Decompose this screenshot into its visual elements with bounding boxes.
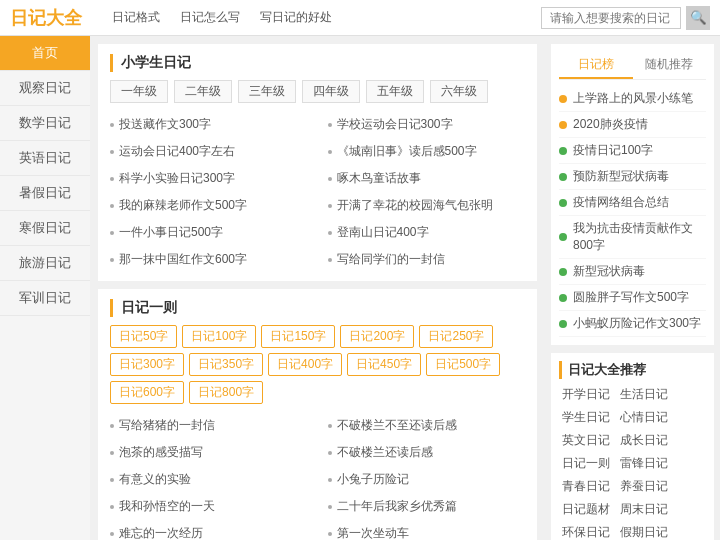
recommend-title: 日记大全推荐	[559, 361, 706, 379]
list-item[interactable]: 上学路上的风景小练笔	[559, 86, 706, 112]
tag-500[interactable]: 日记500字	[426, 353, 500, 376]
hot-item-label: 上学路上的风景小练笔	[573, 90, 693, 107]
list-item[interactable]: 疫情网络组合总结	[559, 190, 706, 216]
search-button[interactable]: 🔍	[686, 6, 710, 30]
sidebar-item-english[interactable]: 英语日记	[0, 141, 90, 176]
list-item[interactable]: 预防新型冠状病毒	[559, 164, 706, 190]
hot-dot	[559, 173, 567, 181]
tag-150[interactable]: 日记150字	[261, 325, 335, 348]
list-item[interactable]: 小蚂蚁历险记作文300字	[559, 311, 706, 337]
list-item[interactable]: 投送藏作文300字	[110, 113, 308, 136]
sidebar-item-travel[interactable]: 旅游日记	[0, 246, 90, 281]
list-item[interactable]: 有意义的实验	[110, 468, 308, 491]
list-item[interactable]: 英文日记	[559, 431, 613, 450]
tag-600[interactable]: 日记600字	[110, 381, 184, 404]
list-item[interactable]: 圆脸胖子写作文500字	[559, 285, 706, 311]
list-item[interactable]: 难忘的一次经历	[110, 522, 308, 540]
hot-item-label: 疫情日记100字	[573, 142, 653, 159]
tag-800[interactable]: 日记800字	[189, 381, 263, 404]
list-item[interactable]: 写给猪猪的一封信	[110, 414, 308, 437]
list-item[interactable]: 科学小实验日记300字	[110, 167, 308, 190]
list-item[interactable]: 心情日记	[617, 408, 671, 427]
list-item[interactable]: 《城南旧事》读后感500字	[328, 140, 526, 163]
search-icon: 🔍	[690, 10, 707, 25]
search-input[interactable]	[541, 7, 681, 29]
grade-tab-6[interactable]: 六年级	[430, 80, 488, 103]
list-item[interactable]: 周末日记	[617, 500, 671, 519]
site-logo[interactable]: 日记大全	[10, 6, 82, 30]
list-item[interactable]: 2020肺炎疫情	[559, 112, 706, 138]
list-item[interactable]: 假期日记	[617, 523, 671, 540]
list-item[interactable]: 我和孙悟空的一天	[110, 495, 308, 518]
grade-tab-5[interactable]: 五年级	[366, 80, 424, 103]
hot-item-label: 圆脸胖子写作文500字	[573, 289, 689, 306]
list-item[interactable]: 疫情日记100字	[559, 138, 706, 164]
list-item[interactable]: 运动会日记400字左右	[110, 140, 308, 163]
list-item[interactable]: 啄木鸟童话故事	[328, 167, 526, 190]
list-item[interactable]: 小兔子历险记	[328, 468, 526, 491]
sidebar-item-summer[interactable]: 暑假日记	[0, 176, 90, 211]
search-area: 🔍	[541, 6, 710, 30]
list-item[interactable]: 开学日记	[559, 385, 613, 404]
tag-100[interactable]: 日记100字	[182, 325, 256, 348]
diary-tags: 日记50字 日记100字 日记150字 日记200字 日记250字 日记300字…	[110, 325, 525, 404]
header: 日记大全 日记格式 日记怎么写 写日记的好处 🔍	[0, 0, 720, 36]
list-item[interactable]: 养蚕日记	[617, 477, 671, 496]
hot-item-label: 疫情网络组合总结	[573, 194, 669, 211]
list-item[interactable]: 学生日记	[559, 408, 613, 427]
hot-item-label: 2020肺炎疫情	[573, 116, 648, 133]
grade-tab-4[interactable]: 四年级	[302, 80, 360, 103]
right-sidebar: 日记榜 随机推荐 上学路上的风景小练笔 2020肺炎疫情 疫情日记100字	[545, 36, 720, 540]
list-item[interactable]: 我的麻辣老师作文500字	[110, 194, 308, 217]
sidebar-item-winter[interactable]: 寒假日记	[0, 211, 90, 246]
nav-item-2[interactable]: 日记怎么写	[180, 9, 240, 26]
nav-item-1[interactable]: 日记格式	[112, 9, 160, 26]
list-item[interactable]: 新型冠状病毒	[559, 259, 706, 285]
tag-350[interactable]: 日记350字	[189, 353, 263, 376]
hot-dot	[559, 320, 567, 328]
list-item[interactable]: 开满了幸花的校园海气包张明	[328, 194, 526, 217]
tab-hot[interactable]: 日记榜	[559, 52, 633, 79]
grade-tab-1[interactable]: 一年级	[110, 80, 168, 103]
tag-450[interactable]: 日记450字	[347, 353, 421, 376]
list-item[interactable]: 登南山日记400字	[328, 221, 526, 244]
tag-250[interactable]: 日记250字	[419, 325, 493, 348]
nav-item-3[interactable]: 写日记的好处	[260, 9, 332, 26]
tab-random[interactable]: 随机推荐	[633, 52, 707, 79]
list-item[interactable]: 雷锋日记	[617, 454, 671, 473]
list-item[interactable]: 环保日记	[559, 523, 613, 540]
tag-400[interactable]: 日记400字	[268, 353, 342, 376]
list-item[interactable]: 成长日记	[617, 431, 671, 450]
sidebar-item-military[interactable]: 军训日记	[0, 281, 90, 316]
list-item[interactable]: 学校运动会日记300字	[328, 113, 526, 136]
list-item[interactable]: 青春日记	[559, 477, 613, 496]
list-item[interactable]: 不破楼兰还读后感	[328, 441, 526, 464]
sidebar-item-home[interactable]: 首页	[0, 36, 90, 71]
tag-200[interactable]: 日记200字	[340, 325, 414, 348]
list-item[interactable]: 日记一则	[559, 454, 613, 473]
list-item[interactable]: 那一抹中国红作文600字	[110, 248, 308, 271]
hot-dot	[559, 233, 567, 241]
hot-dot	[559, 199, 567, 207]
xiaoxue-grade-tabs: 一年级 二年级 三年级 四年级 五年级 六年级	[110, 80, 525, 103]
list-item[interactable]: 生活日记	[617, 385, 671, 404]
tag-50[interactable]: 日记50字	[110, 325, 177, 348]
sidebar-item-observe[interactable]: 观察日记	[0, 71, 90, 106]
right-tabs: 日记榜 随机推荐	[559, 52, 706, 80]
list-item[interactable]: 二十年后我家乡优秀篇	[328, 495, 526, 518]
grade-tab-2[interactable]: 二年级	[174, 80, 232, 103]
riji-article-list: 写给猪猪的一封信 不破楼兰不至还读后感 泡茶的感受描写 不破楼兰还读后感 有意义…	[110, 414, 525, 540]
list-item[interactable]: 一件小事日记500字	[110, 221, 308, 244]
header-nav: 日记格式 日记怎么写 写日记的好处	[112, 9, 541, 26]
list-item[interactable]: 写给同学们的一封信	[328, 248, 526, 271]
list-item[interactable]: 泡茶的感受描写	[110, 441, 308, 464]
tag-300[interactable]: 日记300字	[110, 353, 184, 376]
hot-list: 上学路上的风景小练笔 2020肺炎疫情 疫情日记100字 预防新型冠状病毒 疫情…	[559, 86, 706, 337]
sidebar-item-math[interactable]: 数学日记	[0, 106, 90, 141]
grade-tab-3[interactable]: 三年级	[238, 80, 296, 103]
list-item[interactable]: 第一次坐动车	[328, 522, 526, 540]
main-layout: 首页 观察日记 数学日记 英语日记 暑假日记 寒假日记 旅游日记 军训日记 小学…	[0, 36, 720, 540]
list-item[interactable]: 我为抗击疫情贡献作文800字	[559, 216, 706, 259]
list-item[interactable]: 不破楼兰不至还读后感	[328, 414, 526, 437]
list-item[interactable]: 日记题材	[559, 500, 613, 519]
